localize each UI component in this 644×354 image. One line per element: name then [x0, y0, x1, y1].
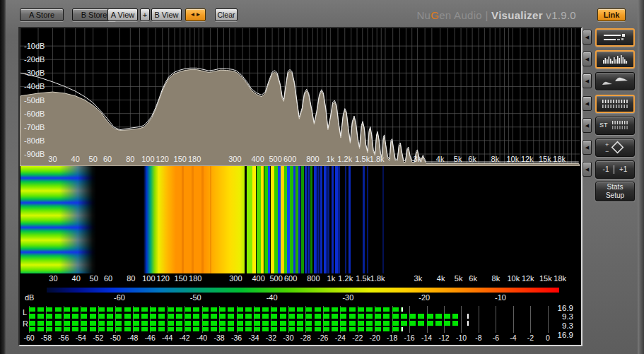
meter-readout: 16.9: [558, 331, 573, 339]
meter-scale-label: -34: [248, 334, 259, 342]
freq-tick-label: 60: [103, 155, 112, 163]
meter-readout: 9.3: [562, 312, 573, 321]
version-label: v1.9.0: [543, 9, 576, 21]
meter-scale-label: -52: [93, 334, 103, 342]
level-meters: L R -60-58-56-54-52-50-48-46-44-42-40-38…: [21, 304, 580, 345]
freq-tick-label: 1.2k: [338, 274, 353, 283]
spectrogram-harmonic-line: [324, 166, 327, 273]
mid-side-icon: +−: [599, 141, 631, 155]
freq-tick-label: 10k: [507, 274, 520, 283]
sidebar-row-spectrum: ◀: [581, 50, 636, 69]
sidebar-row-step: ◀ -1 +1: [581, 160, 636, 179]
freq-tick-label: 10k: [506, 155, 519, 163]
dual-spectrum-button[interactable]: [595, 72, 635, 90]
link-button[interactable]: Link: [597, 8, 626, 21]
st-label: ST: [599, 122, 607, 129]
freq-tick-label: 500: [269, 155, 281, 163]
spectrogram-harmonic-line: [310, 166, 312, 273]
meter-scale-label: -32: [266, 334, 276, 342]
meter-scale-label: -58: [41, 334, 52, 342]
step-buttons[interactable]: -1 +1: [595, 160, 635, 179]
collapse-arrow-icon[interactable]: ◀: [582, 73, 592, 88]
ab-view-plus-button[interactable]: +: [140, 8, 150, 21]
swap-ab-button[interactable]: ◄►: [185, 8, 206, 21]
freq-tick-label: 50: [89, 155, 98, 163]
spectrum-fill-trace: [20, 70, 580, 166]
freq-tick-label: 1.8k: [370, 155, 385, 163]
freq-tick-label: 4k: [436, 155, 445, 163]
freq-tick-label: 120: [156, 155, 169, 163]
left-channel-label: L: [23, 308, 27, 317]
meter-scale-label: -42: [180, 334, 190, 342]
spectrum-bars-button[interactable]: [595, 50, 635, 69]
freq-tick-label: 5k: [455, 274, 463, 283]
clear-button[interactable]: Clear: [215, 8, 238, 21]
a-view-button[interactable]: A View: [107, 8, 138, 21]
collapse-arrow-icon[interactable]: ◀: [582, 52, 592, 66]
meter-scale-label: -28: [300, 334, 311, 342]
freq-tick-label: 40: [72, 274, 81, 283]
freq-tick-label: 80: [127, 274, 135, 283]
freq-tick-label: 300: [228, 155, 241, 163]
freq-tick-label: 180: [188, 155, 201, 163]
b-view-button[interactable]: B View: [151, 8, 182, 21]
peak-marker: [402, 307, 403, 312]
colorbar-tick-label: -60: [114, 293, 125, 302]
meter-scale-label: -30: [283, 334, 293, 342]
freq-tick-label: 6k: [469, 274, 477, 283]
spectrogram-harmonic-line: [320, 166, 322, 273]
st-spectrogram-icon: [611, 120, 629, 131]
db-tick-label: -80dB: [24, 136, 45, 145]
freq-tick-label: 80: [126, 155, 134, 163]
spectrogram-harmonic-line: [367, 166, 368, 273]
stereo-spectrogram-button[interactable]: ST: [595, 117, 635, 135]
meter-scale-label: -12: [438, 334, 449, 342]
meter-scale-label: -6: [493, 334, 499, 342]
sidebar-row-trace-options: ◀: [581, 28, 636, 47]
mid-side-button[interactable]: +−: [595, 138, 635, 157]
freq-tick-label: 3k: [414, 274, 423, 283]
freq-tick-label: 400: [252, 274, 264, 283]
display-panel: -10dB-20dB-30dB-40dB-50dB-60dB-70dB-80dB…: [18, 27, 582, 346]
freq-tick-label: 400: [251, 155, 264, 163]
collapse-arrow-icon[interactable]: ◀: [582, 118, 592, 133]
window-right-edge: [638, 0, 644, 354]
colorbar-tick-label: -20: [418, 293, 430, 302]
freq-tick-label: 6k: [468, 155, 476, 163]
stats-setup-button[interactable]: Stats Setup: [595, 182, 635, 201]
swap-arrows-icon: ◄►: [190, 11, 201, 18]
spectrogram-harmonic-line: [338, 166, 340, 273]
meter-scale-label: -38: [213, 334, 224, 342]
dual-curves-icon: [599, 75, 631, 88]
collapse-arrow-icon[interactable]: ◀: [582, 30, 592, 45]
spectrogram-harmonic-line: [308, 166, 310, 273]
meter-scale-label: -10: [456, 334, 467, 342]
spectrogram-harmonic-line: [192, 166, 194, 273]
collapse-arrow-icon[interactable]: ◀: [582, 96, 592, 111]
spectrogram-harmonic-line: [305, 166, 307, 273]
collapse-arrow-icon[interactable]: ◀: [582, 140, 592, 155]
freq-tick-label: 30: [49, 274, 57, 283]
peak-marker: [467, 321, 469, 326]
freq-tick-label: 5k: [454, 155, 462, 163]
freq-tick-label: 12k: [522, 274, 534, 283]
freq-tick-label: 30: [48, 155, 57, 163]
spectrogram-mid-band: [144, 166, 245, 273]
freq-tick-label: 15k: [539, 155, 551, 163]
sidebar-row-stereo-spectrogram: ◀ ST: [581, 117, 636, 136]
a-store-button[interactable]: A Store: [20, 8, 64, 21]
collapse-arrow-icon[interactable]: ◀: [582, 162, 592, 177]
freq-tick-label: 40: [71, 155, 80, 163]
freq-tick-label: 8k: [492, 274, 500, 283]
colorbar-tick-label: -10: [495, 293, 506, 302]
trace-options-button[interactable]: [595, 28, 635, 47]
freq-tick-label: 1.8k: [370, 274, 385, 283]
step-divider: [614, 165, 614, 174]
spectrogram-button[interactable]: [595, 95, 635, 113]
meter-scale-label: -40: [197, 334, 207, 342]
spectrogram-harmonic-line: [345, 166, 346, 273]
db-tick-label: -50dB: [24, 96, 45, 105]
freq-tick-label: 1.2k: [337, 155, 352, 163]
spectrogram-low-band-fade: [59, 166, 96, 273]
spectrogram-harmonic-line: [363, 166, 365, 273]
